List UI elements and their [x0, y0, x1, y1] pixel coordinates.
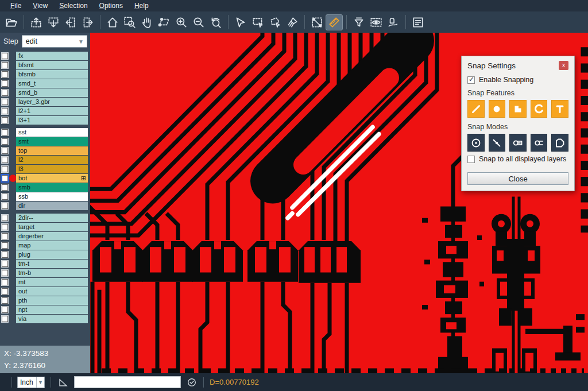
layer-visibility-checkbox[interactable]	[2, 108, 8, 114]
layer-visibility-checkbox[interactable]	[2, 80, 8, 87]
snap-feature-circle-button[interactable]	[489, 100, 506, 118]
menu-options[interactable]: Options	[94, 1, 129, 11]
layer-visibility-checkbox[interactable]	[2, 99, 8, 105]
layer-label[interactable]: l2+1	[16, 107, 88, 115]
layer-visibility-checkbox[interactable]	[2, 193, 8, 200]
arrow-right-box-button[interactable]	[79, 14, 96, 30]
layer-visibility-checkbox[interactable]	[2, 62, 8, 68]
report-list-button[interactable]	[409, 14, 427, 30]
zoom-window-button[interactable]	[121, 14, 138, 30]
layer-label[interactable]: tm-t	[16, 260, 88, 268]
layer-label[interactable]: top	[16, 146, 88, 155]
layer-label[interactable]: map	[16, 241, 88, 250]
enable-snapping-row[interactable]: Enable Snapping	[467, 76, 568, 84]
menu-help[interactable]: Help	[129, 1, 154, 11]
apply-check-icon[interactable]	[187, 378, 196, 387]
arrow-left-box-button[interactable]	[62, 14, 79, 30]
layer-label[interactable]: smb	[16, 183, 88, 192]
layer-visibility-checkbox[interactable]	[2, 157, 8, 163]
menu-selection[interactable]: Selection	[53, 1, 93, 11]
layer-visibility-checkbox[interactable]	[2, 53, 8, 59]
layer-label[interactable]: bot⊞	[16, 174, 88, 183]
enable-snapping-checkbox[interactable]	[467, 76, 475, 84]
layer-label[interactable]: l3	[16, 165, 88, 173]
layer-visibility-checkbox[interactable]	[2, 203, 8, 209]
snap-mode-corner-button[interactable]	[551, 134, 568, 152]
layer-visibility-checkbox[interactable]	[2, 71, 8, 78]
layer-label[interactable]: sst	[16, 128, 88, 137]
layer-label[interactable]: bfsmt	[16, 61, 88, 69]
layer-visibility-checkbox[interactable]	[2, 288, 8, 295]
select-arrow-button[interactable]	[232, 14, 249, 30]
layer-label[interactable]: mt	[16, 278, 88, 287]
layer-label[interactable]: layer_3.gbr	[16, 98, 88, 106]
layer-visibility-checkbox[interactable]	[2, 215, 8, 221]
layer-visibility-checkbox[interactable]	[2, 316, 8, 322]
snap-feature-line-button[interactable]	[467, 100, 485, 118]
dialog-close-button[interactable]: Close	[467, 172, 568, 185]
layer-visibility-checkbox[interactable]	[2, 148, 8, 154]
layer-visibility-checkbox[interactable]	[2, 233, 8, 239]
snap-feature-surface-button[interactable]	[509, 100, 527, 118]
layer-label[interactable]: smd_b	[16, 88, 88, 97]
ruler-button[interactable]	[326, 14, 343, 30]
layer-visibility-checkbox[interactable]	[2, 307, 8, 313]
layer-label[interactable]: ssb	[16, 192, 88, 201]
layer-label[interactable]: l3+1	[16, 116, 88, 125]
snap-feature-text-button[interactable]	[551, 100, 568, 118]
transform-button[interactable]	[156, 14, 173, 30]
snap-mode-slot-end-button[interactable]	[531, 134, 548, 152]
angle-mode-icon[interactable]	[58, 377, 68, 388]
layer-visibility-checkbox[interactable]	[2, 138, 8, 145]
layer-label[interactable]: pth	[16, 296, 88, 305]
layer-label[interactable]: 2dir--	[16, 214, 88, 222]
snap-feature-arc-button[interactable]	[531, 100, 548, 118]
snap-mode-slot-center-button[interactable]	[509, 134, 527, 152]
snap-magnet-button[interactable]	[385, 14, 402, 30]
menu-file[interactable]: File	[5, 1, 27, 11]
layer-label[interactable]: target	[16, 223, 88, 231]
poly-select-button[interactable]	[266, 14, 284, 30]
view-box-eye-button[interactable]	[368, 14, 385, 30]
step-select[interactable]: edit ▼	[22, 35, 87, 48]
layer-visibility-checkbox[interactable]	[2, 90, 8, 96]
layer-visibility-checkbox[interactable]	[2, 117, 8, 123]
grid-icon[interactable]: ⊞	[81, 174, 86, 183]
layer-label[interactable]: smd_t	[16, 79, 88, 88]
pan-hand-button[interactable]	[138, 14, 156, 30]
clean-brush-button[interactable]	[284, 14, 301, 30]
snap-mode-midpoint-button[interactable]	[489, 134, 506, 152]
measure-points-button[interactable]	[308, 14, 326, 30]
layer-label[interactable]: dirgerber	[16, 232, 88, 241]
snap-all-layers-row[interactable]: Snap to all displayed layers	[467, 155, 568, 163]
rect-select-button[interactable]	[249, 14, 266, 30]
snap-mode-center-button[interactable]	[467, 134, 485, 152]
unit-select[interactable]: Inch ▼	[17, 377, 45, 388]
layer-label[interactable]: plug	[16, 250, 88, 259]
layer-visibility-checkbox[interactable]	[2, 184, 8, 191]
filter-funnel-button[interactable]	[350, 14, 368, 30]
layer-visibility-checkbox[interactable]	[2, 261, 8, 267]
layer-label[interactable]: dir	[16, 202, 88, 210]
measure-input[interactable]	[74, 376, 181, 388]
open-button[interactable]	[3, 14, 20, 30]
layer-visibility-checkbox[interactable]	[2, 242, 8, 249]
arrow-down-box-button[interactable]	[45, 14, 62, 30]
layer-label[interactable]: out	[16, 287, 88, 296]
layer-label[interactable]: tm-b	[16, 269, 88, 277]
layer-visibility-checkbox[interactable]	[2, 251, 8, 258]
layer-label[interactable]: npt	[16, 305, 88, 314]
layer-label[interactable]: fx	[16, 52, 88, 60]
close-icon[interactable]: x	[559, 61, 568, 70]
layer-visibility-checkbox[interactable]	[2, 166, 8, 172]
layer-visibility-checkbox[interactable]	[2, 129, 8, 136]
layer-visibility-checkbox[interactable]	[2, 279, 8, 285]
zoom-out-button[interactable]	[190, 14, 207, 30]
layer-visibility-checkbox[interactable]	[2, 175, 8, 181]
home-button[interactable]	[104, 14, 121, 30]
zoom-in-button[interactable]	[173, 14, 190, 30]
layer-label[interactable]: via	[16, 315, 88, 323]
zoom-previous-button[interactable]	[207, 14, 225, 30]
pcb-canvas[interactable]: Snap Settings x Enable Snapping Snap Fea…	[90, 33, 588, 373]
layer-label[interactable]: bfsmb	[16, 70, 88, 79]
